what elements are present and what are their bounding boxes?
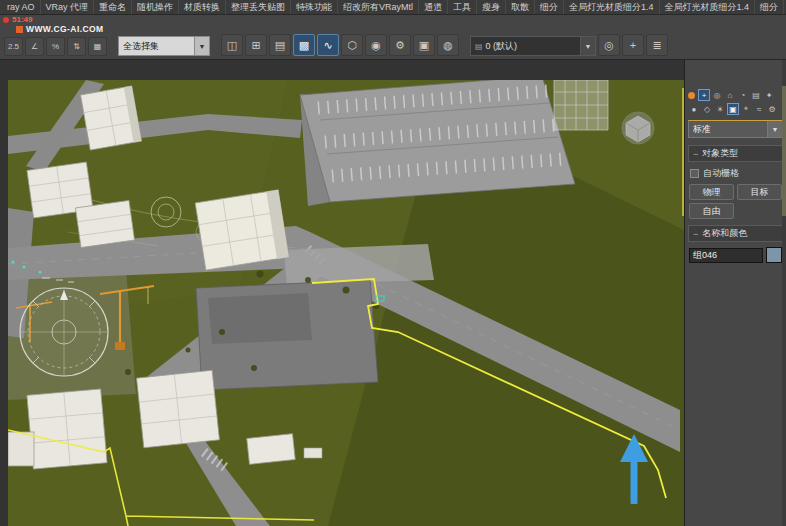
target-camera-button[interactable]: 目标 (737, 184, 782, 200)
collapse-icon: − (693, 229, 698, 239)
cat-systems-icon[interactable]: ⚙ (766, 103, 778, 115)
layer-value: 0 (默认) (486, 40, 518, 53)
menu-item[interactable]: 特殊功能 (291, 0, 338, 14)
viewport-canvas[interactable] (8, 80, 684, 526)
building[interactable] (195, 190, 289, 270)
cat-cameras-icon[interactable]: ▣ (727, 103, 739, 115)
free-camera-button[interactable]: 自由 (689, 203, 734, 219)
chevron-down-icon[interactable]: ▼ (767, 121, 782, 137)
isolate-icon[interactable]: ◎ (598, 34, 620, 56)
rollout-name-color[interactable]: − 名称和颜色 (688, 225, 783, 242)
graphite-icon[interactable]: ▩ (293, 34, 315, 56)
angle-snap-icon[interactable]: ∠ (25, 37, 44, 56)
selection-set-dropdown[interactable]: 全选择集 ▼ (118, 36, 210, 56)
building[interactable] (27, 389, 107, 469)
menu-item[interactable]: 整理丢失贴图 (226, 0, 291, 14)
cat-spacewarps-icon[interactable]: ≈ (753, 103, 765, 115)
tab-utilities[interactable]: ✦ (763, 89, 775, 101)
menu-item[interactable]: 材质转换 (179, 0, 226, 14)
camera-type-value: 标准 (693, 123, 711, 136)
building[interactable] (304, 448, 322, 458)
curve-editor-icon[interactable]: ∿ (317, 34, 339, 56)
cat-helpers-icon[interactable]: ⌖ (740, 103, 752, 115)
parking-lot[interactable] (300, 80, 575, 202)
rollout-object-type[interactable]: − 对象类型 (688, 145, 783, 162)
watermark: WWW.CG-AI.COM (16, 24, 103, 34)
tab-motion[interactable]: ◔ (737, 89, 749, 101)
mirror-icon[interactable]: ◫ (221, 34, 243, 56)
object-type-buttons: 物理 目标 自由 (688, 183, 783, 220)
selection-set-value: 全选择集 (123, 40, 159, 53)
scaffold-tower[interactable] (554, 80, 608, 130)
building[interactable] (8, 432, 34, 466)
menu-bar: ray AO VRay 代理 重命名 随机操作 材质转换 整理丢失贴图 特殊功能… (0, 0, 786, 15)
menu-item[interactable]: 随机操作 (132, 0, 179, 14)
material-editor-icon[interactable]: ◉ (365, 34, 387, 56)
tab-hierarchy[interactable]: ⌂ (724, 89, 736, 101)
object-name-input[interactable]: 组046 (689, 248, 763, 263)
cat-shapes-icon[interactable]: ◇ (701, 103, 713, 115)
cat-geometry-icon[interactable]: ● (688, 103, 700, 115)
building[interactable] (75, 200, 134, 247)
autogrid-label: 自动栅格 (703, 167, 739, 180)
render-setup-icon[interactable]: ⚙ (389, 34, 411, 56)
menu-item[interactable]: 通道 (419, 0, 448, 14)
building[interactable] (81, 86, 142, 150)
menu-item[interactable]: 瘦身 (477, 0, 506, 14)
layer-dropdown[interactable]: ▤ 0 (默认) ▼ (470, 36, 596, 56)
building[interactable] (247, 434, 295, 465)
record-indicator-icon (688, 92, 695, 99)
watermark-text: WWW.CG-AI.COM (26, 24, 103, 34)
named-selection-icon[interactable]: ▦ (88, 37, 107, 56)
menu-item[interactable]: 细分 (755, 0, 784, 14)
camera-type-dropdown[interactable]: 标准 ▼ (688, 120, 783, 138)
record-dot-icon (3, 17, 9, 23)
menu-item[interactable]: 细分 (535, 0, 564, 14)
panel-scrollbar-thumb[interactable] (782, 86, 786, 216)
layer-list-icon: ▤ (475, 42, 483, 51)
panel-categories: ● ◇ ☀ ▣ ⌖ ≈ ⚙ (688, 103, 783, 115)
command-panel: + ◎ ⌂ ◔ ▤ ✦ ● ◇ ☀ ▣ ⌖ ≈ ⚙ 标准 ▼ − 对象类型 自动… (684, 60, 786, 526)
menu-item[interactable]: VRay 代理 (41, 0, 95, 14)
menu-item[interactable]: ray AO (2, 0, 41, 14)
cat-lights-icon[interactable]: ☀ (714, 103, 726, 115)
render-icon[interactable]: ◍ (437, 34, 459, 56)
viewport[interactable] (0, 60, 684, 526)
rollout-object-type-label: 对象类型 (702, 147, 738, 160)
recorder-overlay: 51:49 (3, 15, 32, 24)
add-icon[interactable]: + (622, 34, 644, 56)
watermark-logo-icon (16, 26, 23, 33)
collapse-icon: − (693, 149, 698, 159)
menu-item[interactable]: 重命名 (94, 0, 132, 14)
panel-tabs: + ◎ ⌂ ◔ ▤ ✦ (688, 89, 783, 101)
percent-snap-icon[interactable]: % (46, 37, 65, 56)
menu-item[interactable]: 取散 (506, 0, 535, 14)
main-toolbar: 51:49 WWW.CG-AI.COM 2.5 ∠ % ⇅ ▦ 全选择集 ▼ ◫… (0, 15, 786, 60)
layer-manager-icon[interactable]: ▤ (269, 34, 291, 56)
name-color-row: 组046 (689, 247, 782, 263)
rollout-name-color-label: 名称和颜色 (702, 227, 747, 240)
tab-modify[interactable]: ◎ (711, 89, 723, 101)
snap-toggle-icon[interactable]: 2.5 (4, 37, 23, 56)
building[interactable] (137, 370, 220, 448)
autogrid-row: 自动栅格 (690, 167, 781, 180)
rendered-frame-icon[interactable]: ▣ (413, 34, 435, 56)
align-icon[interactable]: ⊞ (245, 34, 267, 56)
spinner-snap-icon[interactable]: ⇅ (67, 37, 86, 56)
physical-camera-button[interactable]: 物理 (689, 184, 734, 200)
menu-item[interactable]: 全局灯光材质细分1.4 (564, 0, 660, 14)
chevron-down-icon[interactable]: ▼ (194, 37, 209, 55)
menu-item[interactable]: 工具 (448, 0, 477, 14)
compass (20, 288, 108, 376)
object-color-swatch[interactable] (766, 247, 782, 263)
autogrid-checkbox[interactable] (690, 169, 699, 178)
manage-icon[interactable]: ≣ (646, 34, 668, 56)
chevron-down-icon[interactable]: ▼ (580, 37, 595, 55)
view-cube-gizmo[interactable] (622, 112, 654, 144)
menu-item[interactable]: 绍改所有VRayMtl (338, 0, 419, 14)
tab-create[interactable]: + (698, 89, 710, 101)
menu-item[interactable]: 全局灯光材质细分1.4 (660, 0, 756, 14)
panel-scrollbar[interactable] (782, 60, 786, 526)
tab-display[interactable]: ▤ (750, 89, 762, 101)
schematic-view-icon[interactable]: ⬡ (341, 34, 363, 56)
